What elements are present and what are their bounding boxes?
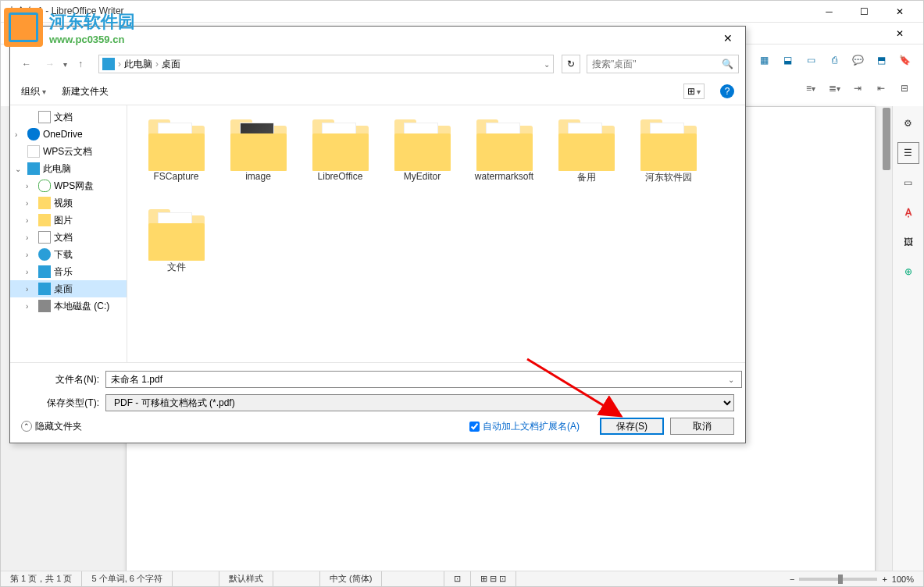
breadcrumb[interactable]: › 此电脑 › 桌面 ⌄	[98, 55, 554, 73]
file-item-3[interactable]: MyEditor	[381, 113, 463, 203]
search-box[interactable]: 🔍	[587, 55, 739, 73]
right-sidebar: ⚙ ☰ ▭ Ạ 🖼 ⊕	[892, 106, 923, 571]
nav-back-button[interactable]: ←	[16, 54, 37, 74]
tree-item-4[interactable]: ›WPS网盘	[10, 177, 127, 194]
bg-toolbar: ▦ ⬓ ▭ ⎙ 💬 ⬒ 🔖	[753, 49, 915, 71]
tree-item-3[interactable]: ⌄此电脑	[10, 160, 127, 177]
scrollbar[interactable]	[880, 106, 892, 571]
logo-text-url: www.pc0359.cn	[49, 34, 135, 45]
zoom-value[interactable]: 100%	[892, 575, 914, 584]
search-icon[interactable]: 🔍	[722, 59, 733, 69]
close-button[interactable]: ✕	[882, 1, 917, 23]
tree-item-6[interactable]: ›图片	[10, 212, 127, 229]
header-icon[interactable]: ⬒	[870, 49, 892, 71]
maximize-button[interactable]: ☐	[847, 1, 882, 23]
indent-inc-icon[interactable]: ⇥	[847, 77, 869, 99]
auto-extension-checkbox[interactable]: 自动加上文档扩展名(A)	[469, 420, 580, 433]
breadcrumb-current[interactable]: 桌面	[162, 58, 180, 71]
watermark-logo: 河东软件园 www.pc0359.cn	[4, 4, 144, 51]
file-item-0[interactable]: FSCapture	[135, 113, 217, 203]
cancel-button[interactable]: 取消	[670, 418, 734, 435]
chevron-up-icon: ⌃	[21, 421, 32, 432]
status-view[interactable]: ⊞ ⊟ ⊡	[471, 571, 516, 586]
tree-item-9[interactable]: ›音乐	[10, 263, 127, 280]
status-empty3	[382, 571, 444, 586]
indent-dec-icon[interactable]: ⇤	[870, 77, 892, 99]
bg-toolbar2: ≡ ▾ ≣ ▾ ⇥ ⇤ ⊟	[800, 77, 915, 99]
status-lang[interactable]: 中文 (简体)	[320, 571, 382, 586]
zoom-slider[interactable]	[799, 578, 877, 581]
status-words[interactable]: 5 个单词, 6 个字符	[82, 571, 172, 586]
file-item-2[interactable]: LibreOffice	[299, 113, 381, 203]
tabs-icon[interactable]: ⊟	[894, 77, 915, 99]
tree-item-8[interactable]: ›下载	[10, 246, 127, 263]
status-empty2	[273, 571, 320, 586]
tree-item-0[interactable]: 文档	[10, 109, 127, 126]
filename-input[interactable]	[105, 371, 742, 388]
tree-item-5[interactable]: ›视频	[10, 194, 127, 212]
tree-item-10[interactable]: ›桌面	[10, 280, 127, 297]
auto-ext-input[interactable]	[469, 422, 480, 432]
hide-folders-button[interactable]: ⌃ 隐藏文件夹	[21, 420, 82, 433]
organize-button[interactable]: 组织 ▾	[21, 85, 46, 98]
insert-textbox-icon[interactable]: ▭	[800, 49, 822, 71]
filename-label: 文件名(N):	[21, 373, 105, 386]
file-item-1[interactable]: image	[217, 113, 299, 203]
page-icon[interactable]: ▭	[897, 172, 919, 194]
status-style[interactable]: 默认样式	[219, 571, 273, 586]
file-item-4[interactable]: watermarksoft	[463, 113, 545, 203]
bookmark-icon[interactable]: 🔖	[894, 49, 915, 71]
filetype-select[interactable]: PDF - 可移植文档格式 (*.pdf)	[105, 394, 734, 411]
file-item-6[interactable]: 河东软件园	[627, 113, 709, 203]
tree-item-1[interactable]: ›OneDrive	[10, 126, 127, 143]
status-zoom[interactable]: − + 100%	[780, 571, 923, 586]
comment-icon[interactable]: 💬	[847, 49, 869, 71]
save-button[interactable]: 保存(S)	[600, 418, 664, 435]
para-spacing-icon[interactable]: ≣ ▾	[823, 77, 845, 99]
insert-chart-icon[interactable]: ⬓	[776, 49, 798, 71]
dialog-nav: ← → ▾ ↑ › 此电脑 › 桌面 ⌄ ↻ 🔍	[10, 50, 745, 78]
dialog-body: 文档›OneDriveWPS云文档⌄此电脑›WPS网盘›视频›图片›文档›下载›…	[10, 105, 745, 362]
line-spacing-icon[interactable]: ≡ ▾	[800, 77, 822, 99]
tree-item-7[interactable]: ›文档	[10, 229, 127, 246]
settings-icon[interactable]: ⚙	[897, 112, 919, 134]
properties-icon[interactable]: ☰	[897, 142, 919, 164]
dialog-close-button[interactable]: ✕	[717, 30, 739, 46]
filetype-label: 保存类型(T):	[21, 397, 105, 410]
file-item-7[interactable]: 文件	[135, 203, 217, 293]
insert-image-icon[interactable]: ▦	[753, 49, 775, 71]
nav-up-button[interactable]: ↑	[70, 54, 91, 74]
statusbar: 第 1 页，共 1 页 5 个单词, 6 个字符 默认样式 中文 (简体) ⊡ …	[1, 571, 923, 586]
dialog-bottom: 文件名(N): ⌄ 保存类型(T): PDF - 可移植文档格式 (*.pdf)…	[10, 362, 745, 443]
gallery-icon[interactable]: 🖼	[897, 231, 919, 253]
page-break-icon[interactable]: ⎙	[823, 49, 845, 71]
help-icon[interactable]: ?	[720, 84, 734, 98]
refresh-button[interactable]: ↻	[562, 55, 580, 73]
logo-text-cn: 河东软件园	[49, 10, 135, 34]
search-input[interactable]	[592, 59, 722, 69]
new-folder-button[interactable]: 新建文件夹	[62, 85, 109, 98]
filename-dropdown[interactable]: ⌄	[728, 375, 734, 384]
status-empty1	[173, 571, 219, 586]
nav-history-dropdown[interactable]: ▾	[63, 60, 67, 69]
status-insert[interactable]: ⊡	[444, 571, 471, 586]
pc-icon	[102, 58, 115, 70]
styles-icon[interactable]: Ạ	[897, 201, 919, 223]
logo-icon	[4, 8, 43, 47]
inner-close-button[interactable]: ✕	[882, 23, 917, 44]
status-page[interactable]: 第 1 页，共 1 页	[1, 571, 82, 586]
nav-tree[interactable]: 文档›OneDriveWPS云文档⌄此电脑›WPS网盘›视频›图片›文档›下载›…	[10, 105, 127, 362]
nav-forward-button[interactable]: →	[40, 54, 60, 74]
minimize-button[interactable]: ─	[812, 1, 847, 23]
save-dialog: ✕ ← → ▾ ↑ › 此电脑 › 桌面 ⌄ ↻ 🔍 组织 ▾ 新建文件夹 ⊞ …	[9, 26, 746, 443]
tree-item-2[interactable]: WPS云文档	[10, 143, 127, 160]
breadcrumb-dropdown[interactable]: ⌄	[544, 60, 550, 69]
tree-item-11[interactable]: ›本地磁盘 (C:)	[10, 297, 127, 315]
navigator-icon[interactable]: ⊕	[897, 261, 919, 283]
view-mode-button[interactable]: ⊞ ▾	[683, 84, 705, 99]
file-item-5[interactable]: 备用	[545, 113, 627, 203]
dialog-toolbar: 组织 ▾ 新建文件夹 ⊞ ▾ ?	[10, 78, 745, 105]
file-list[interactable]: FSCapture image LibreOffice MyEditor wat…	[127, 105, 745, 362]
scrollbar-thumb[interactable]	[883, 108, 890, 170]
breadcrumb-root[interactable]: 此电脑	[124, 58, 152, 71]
